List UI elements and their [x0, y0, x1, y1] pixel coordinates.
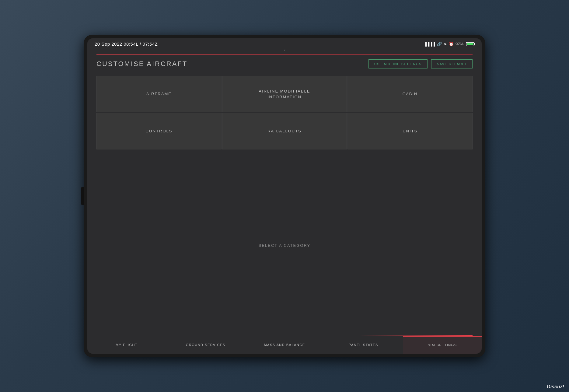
nav-mass-and-balance-label: MASS AND BALANCE — [264, 343, 305, 347]
use-airline-settings-button[interactable]: USE AIRLINE SETTINGS — [368, 59, 428, 68]
category-ra-callouts-label: RA CALLOUTS — [267, 128, 302, 134]
nav-my-flight[interactable]: MY FLIGHT — [87, 336, 166, 354]
status-datetime: 20 Sep 2022 08:54L / 07:54Z — [95, 41, 158, 47]
nav-sim-settings-label: SIM SETTINGS — [428, 343, 457, 347]
header-buttons: USE AIRLINE SETTINGS SAVE DEFAULT — [368, 59, 473, 68]
hardware-button[interactable] — [81, 187, 84, 205]
nav-ground-services[interactable]: GROUND SERVICES — [166, 336, 245, 354]
category-airframe-label: AIRFRAME — [146, 91, 172, 97]
signal-icon: ▐▐▐▐ — [424, 42, 435, 46]
tablet-device: 20 Sep 2022 08:54L / 07:54Z ▐▐▐▐ 🔗 ➤ ⏰ 9… — [84, 35, 485, 357]
nav-sim-settings[interactable]: SIM SETTINGS — [403, 336, 482, 354]
alarm-icon: ⏰ — [449, 42, 454, 46]
category-cabin-label: CABIN — [403, 91, 418, 97]
tablet-screen: 20 Sep 2022 08:54L / 07:54Z ▐▐▐▐ 🔗 ➤ ⏰ 9… — [87, 38, 482, 354]
watermark: Discuz! — [547, 384, 564, 390]
battery-pct: 97% — [456, 42, 463, 46]
header-row: CUSTOMISE AIRCRAFT USE AIRLINE SETTINGS … — [96, 59, 473, 68]
category-cabin[interactable]: CABIN — [347, 76, 473, 112]
category-units[interactable]: UNITS — [347, 113, 473, 149]
save-default-button[interactable]: SAVE DEFAULT — [431, 59, 473, 68]
location-icon: ➤ — [444, 42, 447, 46]
battery-icon — [466, 42, 474, 46]
nav-my-flight-label: MY FLIGHT — [116, 343, 138, 347]
nav-panel-states[interactable]: PANEL STATES — [324, 336, 403, 354]
main-content: CUSTOMISE AIRCRAFT USE AIRLINE SETTINGS … — [87, 54, 482, 336]
category-controls[interactable]: CONTROLS — [96, 113, 222, 149]
category-airline-mod-info[interactable]: AIRLINE MODIFIABLEINFORMATION — [222, 76, 347, 112]
category-controls-label: CONTROLS — [145, 128, 172, 134]
select-category-prompt: SELECT A CATEGORY — [96, 156, 473, 335]
nav-ground-services-label: GROUND SERVICES — [186, 343, 225, 347]
bottom-nav: MY FLIGHT GROUND SERVICES MASS AND BALAN… — [87, 336, 482, 354]
category-airframe[interactable]: AIRFRAME — [96, 76, 222, 112]
status-bar: 20 Sep 2022 08:54L / 07:54Z ▐▐▐▐ 🔗 ➤ ⏰ 9… — [87, 38, 482, 48]
category-units-label: UNITS — [403, 128, 417, 134]
top-accent-line — [96, 54, 473, 55]
category-airline-mod-info-label: AIRLINE MODIFIABLEINFORMATION — [259, 88, 310, 100]
category-grid: AIRFRAME AIRLINE MODIFIABLEINFORMATION C… — [96, 76, 473, 149]
status-icons: ▐▐▐▐ 🔗 ➤ ⏰ 97% — [424, 42, 474, 46]
link-icon: 🔗 — [437, 42, 442, 46]
nav-mass-and-balance[interactable]: MASS AND BALANCE — [245, 336, 324, 354]
category-ra-callouts[interactable]: RA CALLOUTS — [222, 113, 347, 149]
nav-panel-states-label: PANEL STATES — [349, 343, 378, 347]
page-title: CUSTOMISE AIRCRAFT — [96, 60, 187, 68]
top-chevron[interactable]: ˅ — [87, 48, 482, 54]
